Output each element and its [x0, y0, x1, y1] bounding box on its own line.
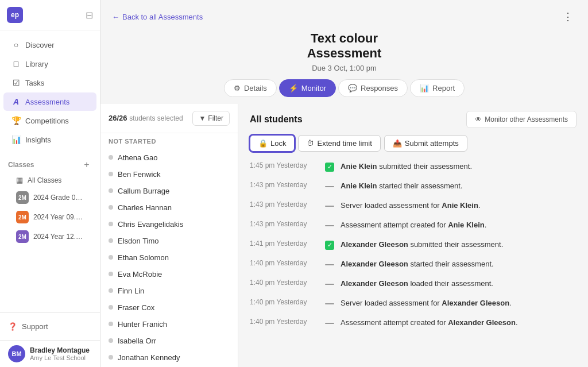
sidebar-item-insights[interactable]: 📊 Insights	[3, 130, 96, 149]
class-item-3[interactable]: 2M 2024 Year 12.G Ab Ini...	[8, 227, 92, 246]
student-name: Elsdon Timo	[118, 237, 159, 245]
assessments-icon: A	[11, 97, 21, 106]
sidebar-item-competitions[interactable]: 🏆 Competitions	[3, 111, 96, 130]
list-item[interactable]: Elsdon Timo	[100, 233, 238, 249]
back-link[interactable]: ← Back to all Assessments	[112, 13, 203, 21]
class-item-1[interactable]: 2M 2024 Grade 08.B2 Sp...	[8, 188, 92, 207]
list-item[interactable]: Isabella Orr	[100, 333, 238, 349]
right-panel-header: All students 👁 Monitor other Assessments	[238, 104, 588, 135]
all-classes-label: All Classes	[28, 176, 61, 184]
sidebar-toggle-button[interactable]: ⊟	[86, 10, 93, 21]
list-item[interactable]: Charles Hannan	[100, 199, 238, 216]
activity-description: Alexander Gleeson submitted their assess…	[341, 239, 503, 250]
responses-icon: 💬	[348, 84, 357, 92]
activity-description: Anie Klein submitted their assessment.	[341, 161, 472, 172]
sidebar-item-label: Insights	[25, 136, 51, 144]
sidebar-bottom: ❓ Support	[0, 312, 100, 340]
eye-icon: 👁	[475, 115, 482, 123]
lock-label: Lock	[270, 139, 286, 148]
all-classes-item[interactable]: ▦ All Classes	[8, 172, 92, 188]
list-item[interactable]: Hunter Franich	[100, 316, 238, 333]
activity-description: Assessment attempt created for Alexander…	[341, 318, 518, 328]
student-dot	[109, 238, 113, 243]
submit-attempts-button[interactable]: 📤 Submit attempts	[384, 135, 467, 152]
student-dot	[109, 355, 113, 360]
activity-list: 1:45 pm Yesterday✓Anie Klein submitted t…	[238, 157, 588, 367]
list-item[interactable]: Ethan Solomon	[100, 249, 238, 266]
list-item[interactable]: Jonathan Kennedy	[100, 349, 238, 366]
sidebar-item-discover[interactable]: ○ Discover	[3, 36, 96, 54]
details-icon: ⚙	[234, 84, 241, 92]
sidebar-item-tasks[interactable]: ☑ Tasks	[3, 74, 96, 92]
list-item[interactable]: Eva McRobie	[100, 266, 238, 283]
tab-responses[interactable]: 💬 Responses	[338, 79, 408, 97]
tab-monitor-label: Monitor	[301, 84, 326, 92]
tab-report[interactable]: 📊 Report	[410, 79, 465, 97]
filter-label: Filter	[208, 114, 223, 122]
check-icon: ✓	[324, 240, 335, 250]
dash-icon	[324, 201, 335, 211]
activity-item: 1:43 pm YesterdayAssessment attempt crea…	[250, 216, 577, 235]
classes-section-header: Classes +	[8, 160, 92, 170]
user-name: Bradley Montague	[30, 346, 90, 354]
student-name: Ethan Solomon	[118, 253, 169, 262]
classes-section: Classes + ▦ All Classes 2M 2024 Grade 08…	[0, 154, 100, 249]
class-label-1: 2024 Grade 08.B2 Sp...	[33, 194, 84, 202]
dash-icon	[324, 279, 335, 289]
more-options-button[interactable]: ⋮	[559, 8, 577, 25]
activity-description: Alexander Gleeson loaded their assessmen…	[341, 279, 493, 289]
activity-time: 1:45 pm Yesterday	[250, 161, 319, 169]
activity-time: 1:40 pm Yesterday	[250, 259, 319, 267]
list-item[interactable]: Ben Fenwick	[100, 166, 238, 183]
dash-mark-icon	[325, 303, 334, 304]
lock-button[interactable]: 🔒 Lock	[250, 135, 295, 152]
tab-monitor[interactable]: ⚡ Monitor	[279, 79, 336, 97]
student-dot	[109, 205, 113, 210]
tab-details-label: Details	[244, 84, 267, 92]
activity-time: 1:43 pm Yesterday	[250, 181, 319, 189]
class-label-3: 2024 Year 12.G Ab Ini...	[33, 233, 84, 241]
support-label: Support	[22, 322, 48, 331]
sidebar-item-label: Library	[25, 60, 48, 68]
list-item[interactable]: Fraser Cox	[100, 299, 238, 316]
student-dot	[109, 322, 113, 326]
support-item[interactable]: ❓ Support	[8, 319, 92, 334]
tab-report-label: Report	[432, 84, 455, 92]
student-name: Eva McRobie	[118, 270, 162, 279]
activity-item: 1:40 pm YesterdayServer loaded assessmen…	[250, 294, 577, 314]
lock-icon: 🔒	[258, 139, 268, 148]
library-icon: □	[11, 59, 21, 68]
list-item[interactable]: Finn Lin	[100, 283, 238, 299]
add-class-button[interactable]: +	[82, 160, 92, 170]
activity-item: 1:40 pm YesterdayAlexander Gleeson loade…	[250, 275, 577, 294]
support-icon: ❓	[8, 322, 17, 331]
extend-time-button[interactable]: ⏱ Extend time limit	[298, 135, 380, 152]
list-item[interactable]: Chris Evangelidakis	[100, 216, 238, 233]
sidebar-item-assessments[interactable]: A Assessments	[3, 92, 96, 111]
class-item-2[interactable]: 2M 2024 Year 09.LP Span...	[8, 207, 92, 227]
activity-item: 1:41 pm Yesterday✓Alexander Gleeson subm…	[250, 235, 577, 255]
all-classes-icon: ▦	[16, 176, 23, 184]
filter-icon: ▼	[199, 114, 206, 122]
filter-button[interactable]: ▼ Filter	[192, 111, 230, 126]
user-info[interactable]: BM Bradley Montague Amy Le Test School	[0, 340, 100, 367]
top-bar: ← Back to all Assessments ⋮	[100, 0, 588, 29]
all-students-title: All students	[250, 114, 303, 125]
tabs-bar: ⚙ Details ⚡ Monitor 💬 Responses 📊 Report	[100, 79, 588, 104]
checkmark-icon: ✓	[325, 163, 334, 172]
sidebar-item-library[interactable]: □ Library	[3, 55, 96, 73]
discover-icon: ○	[11, 40, 21, 49]
monitor-other-assessments-button[interactable]: 👁 Monitor other Assessments	[466, 111, 577, 128]
list-item[interactable]: Athena Gao	[100, 149, 238, 166]
student-dot	[109, 188, 113, 193]
report-icon: 📊	[420, 84, 429, 92]
student-name: Jonathan Kennedy	[118, 353, 180, 362]
tab-details[interactable]: ⚙ Details	[224, 79, 277, 97]
user-details: Bradley Montague Amy Le Test School	[30, 346, 90, 361]
list-item[interactable]: Callum Burrage	[100, 183, 238, 199]
activity-description: Assessment attempt created for Anie Klei…	[341, 220, 486, 230]
students-count: 26/26 students selected	[109, 114, 183, 122]
class-badge-2: 2M	[16, 211, 29, 223]
insights-icon: 📊	[11, 135, 21, 144]
student-dot	[109, 288, 113, 293]
